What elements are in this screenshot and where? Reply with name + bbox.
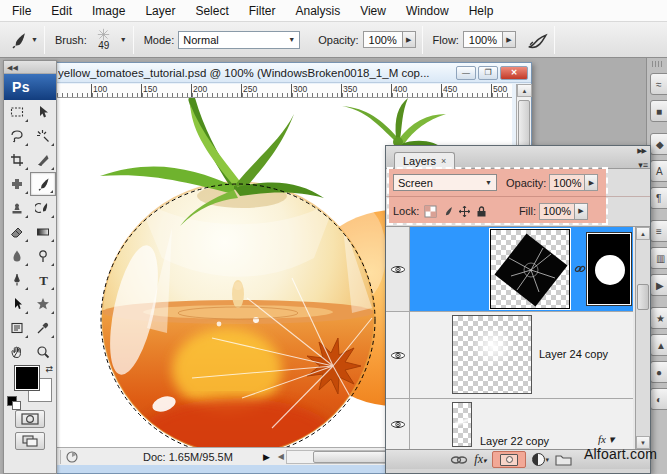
link-layers-icon[interactable] xyxy=(450,455,468,465)
tool-custom-shape[interactable] xyxy=(30,292,56,316)
scroll-up-button[interactable]: ▲ xyxy=(517,84,532,97)
histogram-panel-icon[interactable]: ▥ xyxy=(650,247,667,269)
menu-item-image[interactable]: Image xyxy=(82,4,135,18)
tool-pen[interactable] xyxy=(4,268,30,292)
lock-pixels-icon[interactable] xyxy=(441,205,454,218)
maximize-button[interactable]: ❐ xyxy=(478,66,498,80)
layers-scrollbar[interactable]: ▲ ▼ xyxy=(635,227,650,449)
menu-item-layer[interactable]: Layer xyxy=(135,4,185,18)
layer-opacity-slider-button[interactable]: ▶ xyxy=(585,174,598,191)
menu-item-select[interactable]: Select xyxy=(185,4,238,18)
tool-hand[interactable] xyxy=(4,340,30,364)
menu-item-window[interactable]: Window xyxy=(396,4,459,18)
layer-row[interactable]: Layer 24 copy xyxy=(386,312,633,399)
collapse-panel-icon[interactable]: ▶▶ xyxy=(637,147,646,155)
toolbox-header[interactable]: ◀◀ xyxy=(4,61,56,74)
document-title-bar[interactable]: yellow_tomatoes_tutorial.psd @ 100% (Win… xyxy=(41,63,531,83)
tool-blur[interactable] xyxy=(4,244,30,268)
layer-name[interactable]: Layer 24 copy xyxy=(539,348,608,360)
actions-panel-icon[interactable]: ▶ xyxy=(650,274,667,296)
status-menu-arrow[interactable]: ▶ xyxy=(263,452,270,462)
layer-fill-slider-button[interactable]: ▶ xyxy=(575,203,588,220)
tool-gradient[interactable] xyxy=(30,220,56,244)
doc-size-info[interactable]: Doc: 1.65M/95.5M xyxy=(143,451,233,463)
opacity-slider-button[interactable]: ▶ xyxy=(403,31,416,48)
blend-mode-select[interactable]: Normal ▼ xyxy=(178,31,300,49)
tool-brush[interactable] xyxy=(30,172,56,196)
airbrush-toggle-icon[interactable] xyxy=(526,29,548,51)
info-panel-icon[interactable]: ≡ xyxy=(650,220,667,242)
clone-source-panel-icon[interactable]: ■ xyxy=(650,100,667,122)
tool-eyedropper[interactable] xyxy=(30,316,56,340)
default-colors-icon[interactable] xyxy=(7,396,17,406)
brush-preview[interactable]: 49 xyxy=(91,28,117,51)
menu-item-analysis[interactable]: Analysis xyxy=(285,4,350,18)
lock-transparency-icon[interactable] xyxy=(424,205,437,218)
lock-position-icon[interactable] xyxy=(458,205,471,218)
menu-item-file[interactable]: File xyxy=(2,4,41,18)
flow-slider-button[interactable]: ▶ xyxy=(503,31,516,48)
visibility-toggle[interactable] xyxy=(386,227,410,311)
navigator-panel-icon[interactable]: ▲ xyxy=(650,334,667,356)
tool-path-selection[interactable] xyxy=(4,292,30,316)
menu-item-filter[interactable]: Filter xyxy=(239,4,286,18)
layer-mask-thumbnail[interactable] xyxy=(587,233,631,305)
color-panel-icon[interactable]: ● xyxy=(650,361,667,383)
paragraph-panel-icon[interactable]: ¶ xyxy=(650,187,667,209)
tab-close-icon[interactable]: × xyxy=(441,156,446,166)
menu-item-help[interactable]: Help xyxy=(459,4,504,18)
layer-blend-mode-select[interactable]: Screen ▼ xyxy=(393,174,497,191)
foreground-color[interactable] xyxy=(15,366,39,390)
tool-notes[interactable] xyxy=(4,316,30,340)
styles-panel-icon[interactable]: ★ xyxy=(650,307,667,329)
scroll-left-button[interactable]: ◀ xyxy=(278,452,284,461)
character-panel-icon[interactable]: A xyxy=(650,160,667,182)
tool-dodge[interactable] xyxy=(30,244,56,268)
layer-thumbnail[interactable] xyxy=(452,315,532,394)
tool-type[interactable]: T xyxy=(30,268,56,292)
opacity-input[interactable]: 100% xyxy=(363,31,403,48)
layer-style-icon[interactable]: fx▾ xyxy=(474,452,486,467)
layer-name[interactable]: Layer 22 copy xyxy=(480,435,549,447)
layer-opacity-input[interactable]: 100% xyxy=(549,174,585,191)
scroll-thumb[interactable] xyxy=(637,284,649,310)
quick-mask-button[interactable] xyxy=(15,410,45,428)
new-adjustment-layer-icon[interactable]: ▾ xyxy=(532,453,549,466)
layer-thumbnail[interactable] xyxy=(490,229,570,309)
brush-dropdown-arrow[interactable]: ▼ xyxy=(120,36,127,43)
screen-mode-button[interactable] xyxy=(15,432,45,450)
add-layer-mask-button[interactable] xyxy=(492,451,526,468)
tool-spot-healing-brush[interactable] xyxy=(4,172,30,196)
tool-preset-picker[interactable]: ▼ xyxy=(8,30,38,50)
layer-row[interactable]: Layer 22 copy fx ▾ xyxy=(386,399,633,449)
scroll-up-button[interactable]: ▲ xyxy=(636,227,650,240)
swap-colors-icon[interactable]: ⇄ xyxy=(45,364,53,374)
tool-crop[interactable] xyxy=(4,148,30,172)
close-button[interactable]: ✕ xyxy=(500,66,528,80)
new-group-icon[interactable] xyxy=(555,453,572,466)
layer-row-selected[interactable] xyxy=(386,227,633,312)
layers-panel-header[interactable]: Layers × ▶▶ ▾≡ xyxy=(386,146,650,169)
tool-zoom[interactable] xyxy=(30,340,56,364)
layer-fx-badge[interactable]: fx ▾ xyxy=(598,433,614,446)
visibility-toggle[interactable] xyxy=(386,312,410,398)
minimize-button[interactable]: — xyxy=(456,66,476,80)
tool-history-brush[interactable] xyxy=(30,196,56,220)
menu-item-edit[interactable]: Edit xyxy=(41,4,82,18)
brushes-panel-icon[interactable]: ≈ xyxy=(650,73,667,95)
tool-lasso[interactable] xyxy=(4,124,30,148)
layer-fill-input[interactable]: 100% xyxy=(539,203,575,220)
dock-grip[interactable] xyxy=(652,61,663,67)
menu-item-view[interactable]: View xyxy=(350,4,396,18)
swatches-panel-icon[interactable]: ◐ xyxy=(650,388,667,410)
visibility-toggle[interactable] xyxy=(386,399,410,449)
tool-magic-wand[interactable] xyxy=(30,124,56,148)
tool-move[interactable] xyxy=(30,100,56,124)
layer-thumbnail[interactable] xyxy=(452,402,472,447)
tool-clone-stamp[interactable] xyxy=(4,196,30,220)
tool-rectangular-marquee[interactable] xyxy=(4,100,30,124)
flow-input[interactable]: 100% xyxy=(463,31,503,48)
tool-slice[interactable] xyxy=(30,148,56,172)
collapse-dock-icon[interactable]: ◀◀ xyxy=(7,64,18,71)
lock-all-icon[interactable] xyxy=(475,205,488,218)
